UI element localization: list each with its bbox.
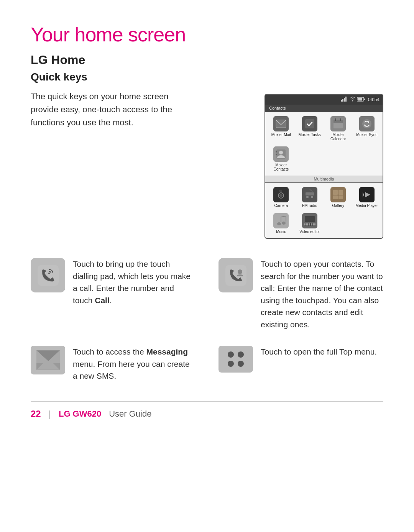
app-label: Moxler Mail	[271, 133, 291, 137]
svg-rect-35	[338, 195, 343, 199]
dot	[238, 361, 244, 367]
video-app-icon	[302, 213, 317, 228]
dot	[238, 351, 244, 358]
dot	[228, 361, 234, 367]
svg-line-30	[310, 189, 312, 192]
section-lghome-title: LG Home	[31, 53, 383, 67]
quickkey-sms: Touch to access the Messaging menu. From…	[31, 346, 196, 382]
svg-rect-25	[279, 190, 282, 192]
signal-icon	[341, 96, 348, 103]
svg-point-52	[48, 273, 50, 274]
quickkey-call-bold: Call	[95, 296, 110, 305]
radio-app-icon	[302, 187, 317, 202]
app-label: FM radio	[302, 204, 317, 208]
sms-icon	[31, 346, 65, 374]
app-video-editor[interactable]: Video editor	[296, 211, 324, 236]
svg-rect-34	[333, 195, 338, 199]
contacts-app-icon	[273, 146, 289, 162]
svg-point-24	[279, 194, 283, 197]
app-camera[interactable]: Camera	[268, 185, 295, 210]
svg-point-4	[352, 100, 353, 102]
app-music[interactable]: Music	[268, 211, 295, 236]
app-moxler-mail[interactable]: Moxler Mail	[268, 114, 295, 143]
page-container: Your home screen LG Home Quick keys The …	[0, 0, 414, 442]
app-fm-radio[interactable]: FM radio	[296, 185, 324, 210]
page-footer: 22 | LG GW620 User Guide	[31, 401, 383, 419]
top-section: The quick keys on your home screen provi…	[31, 90, 383, 239]
page-title: Your home screen	[31, 23, 383, 46]
svg-rect-33	[338, 190, 343, 195]
app-moxler-contacts[interactable]: Moxler Contacts	[268, 144, 295, 173]
tasks-app-icon	[302, 116, 317, 131]
media-app-icon	[359, 187, 375, 202]
app-label: Moxler Calendar	[325, 133, 351, 141]
svg-point-28	[306, 196, 309, 198]
svg-point-14	[362, 119, 371, 128]
wifi-icon	[350, 96, 356, 103]
phone-time: 04:54	[368, 97, 380, 102]
dial-icon	[31, 258, 65, 292]
svg-rect-7	[364, 99, 365, 100]
dot	[228, 351, 234, 358]
quickkey-dial: Touch to bring up the touch dialling pad…	[31, 258, 196, 330]
phone-mockup: 04:54 Contacts Moxl	[264, 94, 383, 239]
svg-rect-6	[357, 98, 362, 101]
svg-rect-51	[38, 265, 59, 286]
svg-rect-44	[305, 216, 315, 222]
svg-rect-20	[276, 153, 277, 153]
app-gallery[interactable]: Gallery	[325, 185, 352, 210]
svg-rect-0	[341, 100, 342, 102]
svg-rect-11	[334, 120, 343, 123]
app-label: Music	[276, 230, 286, 234]
dots-row-1	[228, 351, 244, 358]
phone-statusbar: 04:54	[265, 95, 383, 105]
svg-rect-53	[225, 265, 246, 286]
intro-text-area: The quick keys on your home screen provi…	[31, 90, 264, 137]
quickkey-topmenu-text: Touch to open the full Top menu.	[261, 346, 383, 358]
phone-contacts-label: Contacts	[265, 105, 383, 112]
app-media-player[interactable]: Media Player	[353, 185, 381, 210]
mail-app-icon	[273, 116, 289, 131]
svg-point-40	[277, 222, 281, 225]
topmenu-icon	[219, 346, 253, 373]
svg-rect-13	[340, 118, 341, 121]
footer-page-number: 22	[31, 409, 41, 419]
app-moxler-tasks[interactable]: Moxler Tasks	[296, 114, 324, 143]
svg-rect-9	[305, 119, 314, 128]
dots-row-2	[228, 361, 244, 367]
quickkey-dial-text: Touch to bring up the touch dialling pad…	[73, 258, 196, 306]
contacts-icon	[219, 258, 253, 292]
intro-paragraph: The quick keys on your home screen provi…	[31, 90, 184, 129]
svg-rect-27	[306, 192, 314, 195]
footer-guide: User Guide	[109, 409, 151, 419]
subsection-quickkeys-title: Quick keys	[31, 71, 383, 83]
svg-rect-12	[335, 118, 336, 121]
svg-rect-47	[306, 223, 306, 226]
messaging-bold: Messaging	[146, 347, 188, 356]
app-moxler-sync[interactable]: Moxler Sync	[353, 114, 381, 143]
app-label: Moxler Sync	[356, 133, 377, 137]
svg-rect-32	[333, 190, 338, 195]
app-label: Gallery	[332, 204, 344, 208]
svg-rect-48	[308, 223, 309, 226]
svg-rect-49	[310, 223, 311, 226]
quickkey-topmenu: Touch to open the full Top menu.	[219, 346, 383, 382]
svg-rect-50	[312, 223, 313, 226]
music-app-icon	[273, 213, 289, 228]
app-moxler-calendar[interactable]: Moxler Calendar	[325, 114, 352, 143]
statusbar-icons: 04:54	[341, 96, 380, 103]
svg-rect-21	[276, 154, 277, 155]
app-label: Moxler Contacts	[268, 163, 294, 171]
battery-icon	[357, 96, 365, 103]
app-label: Media Player	[356, 204, 378, 208]
svg-point-29	[311, 196, 313, 198]
svg-rect-3	[345, 97, 347, 102]
phone-screen: 04:54 Contacts Moxl	[264, 94, 383, 239]
phone-multimedia-grid: Camera FM radio	[265, 183, 383, 238]
svg-rect-1	[342, 99, 343, 102]
calendar-app-icon	[330, 116, 346, 131]
footer-divider: |	[49, 409, 51, 419]
svg-rect-19	[276, 151, 277, 152]
svg-rect-2	[344, 98, 345, 102]
quickkey-contacts: Touch to open your contacts. To search f…	[219, 258, 383, 330]
